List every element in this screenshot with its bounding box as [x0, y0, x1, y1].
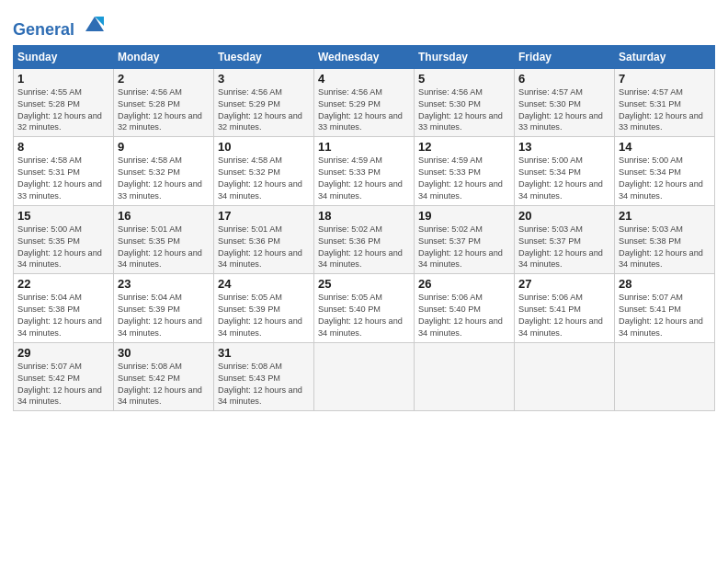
day-info: Sunrise: 5:03 AMSunset: 5:38 PMDaylight:… [619, 224, 703, 270]
day-info: Sunrise: 4:56 AMSunset: 5:28 PMDaylight:… [118, 87, 202, 132]
day-number: 29 [17, 346, 109, 360]
calendar-cell: 20 Sunrise: 5:03 AMSunset: 5:37 PMDaylig… [515, 205, 615, 274]
calendar-cell: 1 Sunrise: 4:55 AMSunset: 5:28 PMDayligh… [14, 68, 114, 137]
day-info: Sunrise: 4:55 AMSunset: 5:28 PMDaylight:… [17, 87, 102, 132]
day-info: Sunrise: 5:04 AMSunset: 5:39 PMDaylight:… [118, 293, 202, 338]
calendar-week-3: 22 Sunrise: 5:04 AMSunset: 5:38 PMDaylig… [14, 274, 715, 343]
day-info: Sunrise: 5:07 AMSunset: 5:42 PMDaylight:… [17, 362, 102, 407]
day-number: 1 [17, 72, 109, 86]
calendar-cell [314, 342, 415, 411]
day-number: 24 [218, 277, 310, 291]
day-number: 8 [17, 140, 109, 154]
day-info: Sunrise: 5:04 AMSunset: 5:38 PMDaylight:… [17, 293, 102, 338]
day-info: Sunrise: 5:00 AMSunset: 5:34 PMDaylight:… [518, 155, 603, 201]
calendar-cell: 31 Sunrise: 5:08 AMSunset: 5:43 PMDaylig… [214, 342, 314, 411]
day-info: Sunrise: 4:57 AMSunset: 5:30 PMDaylight:… [518, 87, 603, 132]
day-info: Sunrise: 4:57 AMSunset: 5:31 PMDaylight:… [619, 87, 703, 132]
day-info: Sunrise: 5:00 AMSunset: 5:35 PMDaylight:… [17, 224, 102, 270]
day-info: Sunrise: 5:05 AMSunset: 5:40 PMDaylight:… [318, 293, 403, 338]
day-number: 7 [619, 72, 711, 86]
day-number: 27 [518, 277, 610, 291]
calendar-cell: 30 Sunrise: 5:08 AMSunset: 5:42 PMDaylig… [114, 342, 214, 411]
calendar-cell: 21 Sunrise: 5:03 AMSunset: 5:38 PMDaylig… [615, 205, 715, 274]
day-number: 12 [418, 140, 510, 154]
calendar-cell: 10 Sunrise: 4:58 AMSunset: 5:32 PMDaylig… [214, 137, 314, 206]
day-info: Sunrise: 4:59 AMSunset: 5:33 PMDaylight:… [418, 155, 503, 201]
day-info: Sunrise: 5:08 AMSunset: 5:42 PMDaylight:… [118, 362, 202, 407]
calendar-cell: 25 Sunrise: 5:05 AMSunset: 5:40 PMDaylig… [314, 274, 415, 343]
calendar-week-0: 1 Sunrise: 4:55 AMSunset: 5:28 PMDayligh… [14, 68, 715, 137]
day-number: 15 [17, 209, 109, 223]
page-container: General SundayMondayTuesdayWednesdayThur… [0, 0, 728, 420]
day-number: 3 [218, 72, 310, 86]
dow-sunday: Sunday [14, 45, 114, 68]
day-number: 20 [518, 209, 610, 223]
calendar-cell: 9 Sunrise: 4:58 AMSunset: 5:32 PMDayligh… [114, 137, 214, 206]
day-number: 31 [218, 346, 310, 360]
day-info: Sunrise: 4:59 AMSunset: 5:33 PMDaylight:… [318, 155, 403, 201]
day-info: Sunrise: 5:02 AMSunset: 5:37 PMDaylight:… [418, 224, 503, 270]
day-number: 23 [118, 277, 210, 291]
day-number: 17 [218, 209, 310, 223]
logo: General [13, 13, 108, 40]
day-info: Sunrise: 5:07 AMSunset: 5:41 PMDaylight:… [619, 293, 703, 338]
day-number: 14 [619, 140, 711, 154]
calendar-week-4: 29 Sunrise: 5:07 AMSunset: 5:42 PMDaylig… [14, 342, 715, 411]
dow-monday: Monday [114, 45, 214, 68]
day-number: 21 [619, 209, 711, 223]
calendar-cell: 28 Sunrise: 5:07 AMSunset: 5:41 PMDaylig… [615, 274, 715, 343]
day-number: 22 [17, 277, 109, 291]
calendar-cell: 23 Sunrise: 5:04 AMSunset: 5:39 PMDaylig… [114, 274, 214, 343]
day-number: 18 [318, 209, 410, 223]
day-number: 16 [118, 209, 210, 223]
day-info: Sunrise: 4:58 AMSunset: 5:32 PMDaylight:… [218, 155, 302, 201]
calendar-cell: 26 Sunrise: 5:06 AMSunset: 5:40 PMDaylig… [415, 274, 515, 343]
day-info: Sunrise: 5:03 AMSunset: 5:37 PMDaylight:… [518, 224, 603, 270]
day-info: Sunrise: 5:06 AMSunset: 5:40 PMDaylight:… [418, 293, 503, 338]
calendar-cell [515, 342, 615, 411]
calendar-week-1: 8 Sunrise: 4:58 AMSunset: 5:31 PMDayligh… [14, 137, 715, 206]
dow-wednesday: Wednesday [314, 45, 415, 68]
calendar-cell: 14 Sunrise: 5:00 AMSunset: 5:34 PMDaylig… [615, 137, 715, 206]
dow-thursday: Thursday [415, 45, 515, 68]
day-number: 5 [418, 72, 510, 86]
day-info: Sunrise: 5:01 AMSunset: 5:36 PMDaylight:… [218, 224, 302, 270]
calendar-cell: 3 Sunrise: 4:56 AMSunset: 5:29 PMDayligh… [214, 68, 314, 137]
calendar-table: SundayMondayTuesdayWednesdayThursdayFrid… [13, 45, 715, 412]
day-number: 9 [118, 140, 210, 154]
day-number: 26 [418, 277, 510, 291]
day-info: Sunrise: 5:02 AMSunset: 5:36 PMDaylight:… [318, 224, 403, 270]
day-number: 28 [619, 277, 711, 291]
day-info: Sunrise: 5:01 AMSunset: 5:35 PMDaylight:… [118, 224, 202, 270]
day-info: Sunrise: 4:56 AMSunset: 5:30 PMDaylight:… [418, 87, 503, 132]
day-info: Sunrise: 5:08 AMSunset: 5:43 PMDaylight:… [218, 362, 302, 407]
day-info: Sunrise: 4:58 AMSunset: 5:32 PMDaylight:… [118, 155, 202, 201]
day-info: Sunrise: 4:56 AMSunset: 5:29 PMDaylight:… [318, 87, 403, 132]
calendar-cell: 24 Sunrise: 5:05 AMSunset: 5:39 PMDaylig… [214, 274, 314, 343]
day-number: 13 [518, 140, 610, 154]
calendar-cell: 29 Sunrise: 5:07 AMSunset: 5:42 PMDaylig… [14, 342, 114, 411]
calendar-body: 1 Sunrise: 4:55 AMSunset: 5:28 PMDayligh… [14, 68, 715, 411]
calendar-cell: 5 Sunrise: 4:56 AMSunset: 5:30 PMDayligh… [415, 68, 515, 137]
calendar-cell: 17 Sunrise: 5:01 AMSunset: 5:36 PMDaylig… [214, 205, 314, 274]
day-number: 6 [518, 72, 610, 86]
calendar-cell: 19 Sunrise: 5:02 AMSunset: 5:37 PMDaylig… [415, 205, 515, 274]
day-of-week-header: SundayMondayTuesdayWednesdayThursdayFrid… [14, 45, 715, 68]
calendar-cell: 22 Sunrise: 5:04 AMSunset: 5:38 PMDaylig… [14, 274, 114, 343]
calendar-cell [415, 342, 515, 411]
logo-icon [82, 13, 108, 35]
day-number: 11 [318, 140, 410, 154]
calendar-cell: 13 Sunrise: 5:00 AMSunset: 5:34 PMDaylig… [515, 137, 615, 206]
calendar-cell: 15 Sunrise: 5:00 AMSunset: 5:35 PMDaylig… [14, 205, 114, 274]
dow-tuesday: Tuesday [214, 45, 314, 68]
header: General [13, 9, 715, 40]
day-number: 10 [218, 140, 310, 154]
calendar-cell: 2 Sunrise: 4:56 AMSunset: 5:28 PMDayligh… [114, 68, 214, 137]
day-number: 4 [318, 72, 410, 86]
day-number: 2 [118, 72, 210, 86]
calendar-cell: 16 Sunrise: 5:01 AMSunset: 5:35 PMDaylig… [114, 205, 214, 274]
day-info: Sunrise: 5:05 AMSunset: 5:39 PMDaylight:… [218, 293, 302, 338]
calendar-cell [615, 342, 715, 411]
dow-friday: Friday [515, 45, 615, 68]
calendar-cell: 18 Sunrise: 5:02 AMSunset: 5:36 PMDaylig… [314, 205, 415, 274]
